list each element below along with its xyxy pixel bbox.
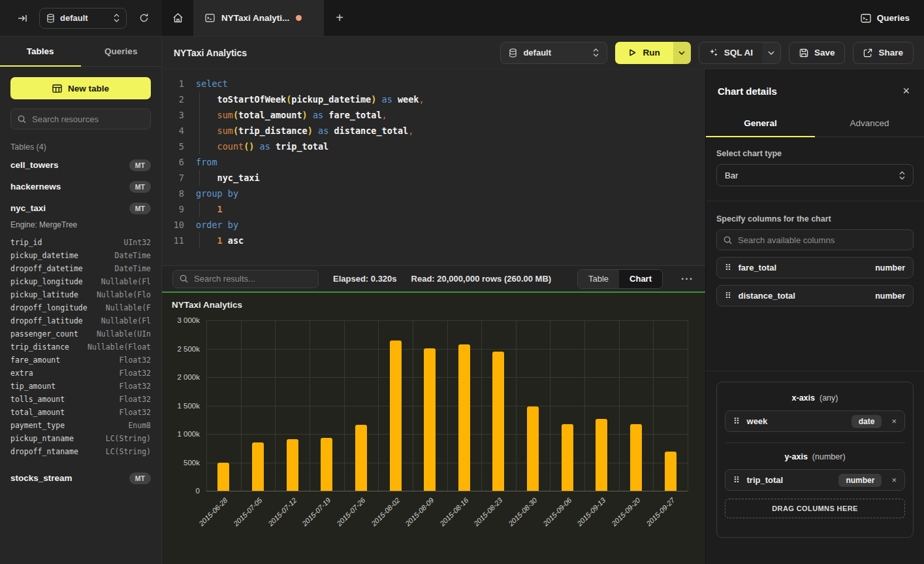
column-row: tip_amountFloat32 [10,380,151,393]
drag-handle-icon[interactable]: ⠿ [733,417,740,425]
columns-search-input[interactable] [738,235,906,245]
resource-search-input[interactable] [32,114,147,124]
chart-title: NYTaxi Analytics [172,300,242,310]
chart-bar[interactable] [527,406,539,491]
chart-type-select[interactable]: Bar [716,164,914,186]
collapse-sidebar-icon[interactable] [13,9,31,27]
column-type: LC(String) [106,434,151,443]
search-icon [18,115,26,124]
code-line[interactable]: 6from [162,154,705,170]
sql-ai-button[interactable]: SQL AI [699,42,762,63]
toggle-table[interactable]: Table [578,270,619,288]
more-options-icon[interactable]: ··· [677,273,697,285]
sidebar-tab-queries[interactable]: Queries [81,37,162,66]
chart-bar[interactable] [596,419,607,491]
code-line[interactable]: 9 1 [162,201,705,217]
query-database-value: default [523,48,551,58]
play-icon [628,48,637,57]
column-name: pickup_longitude [10,277,83,286]
new-table-label: New table [68,84,109,93]
gridline-vertical [653,320,654,491]
chart-bar[interactable] [287,439,298,491]
chart-bar[interactable] [562,424,573,491]
column-type: DateTime [115,264,151,273]
run-button[interactable]: Run [615,42,673,64]
chart-bar[interactable] [390,340,402,491]
chart-bar[interactable] [665,452,677,491]
x-axis-tick-label: 2015-09-27 [645,496,676,527]
x-axis-tick-label: 2015-07-26 [335,496,366,527]
sql-ai-caret[interactable] [762,42,780,63]
chart-type-section: Select chart type Bar [706,137,924,201]
drag-handle-icon[interactable]: ⠿ [733,476,740,484]
line-number: 8 [162,186,184,201]
search-icon [180,274,188,283]
column-type: UInt32 [123,238,151,247]
code-line[interactable]: 8group by [162,186,705,201]
tab-nytaxi-analytics[interactable]: NYTaxi Analyti... [193,0,324,36]
results-search-input[interactable] [194,274,311,284]
drag-columns-dropzone[interactable]: DRAG COLUMNS HERE [725,499,905,518]
tab-strip: NYTaxi Analyti... + [162,0,861,36]
refresh-icon[interactable] [135,9,153,27]
chart-bar[interactable] [321,438,332,491]
chart-bar[interactable] [424,348,436,491]
code-line[interactable]: 4 sum(trip_distance) as distance_total, [162,123,705,139]
sidebar-tab-tables[interactable]: Tables [0,37,81,66]
database-selector[interactable]: default [39,8,127,29]
line-content: select [196,76,228,91]
chart-bar[interactable] [252,442,264,491]
code-line[interactable]: 10order by [162,217,705,233]
engine-badge: MT [129,181,151,193]
drag-handle-icon[interactable]: ⠿ [725,263,731,272]
tab-general[interactable]: General [706,110,815,137]
close-icon[interactable]: × [902,85,910,97]
chart-bar[interactable] [492,352,504,491]
chart-bar[interactable] [458,344,470,491]
x-axis-tick-label: 2015-08-02 [370,496,401,527]
code-line[interactable]: 2 toStartOfWeek(pickup_datetime) as week… [162,91,705,107]
table-row[interactable]: nyc_taxiMT [10,197,151,219]
x-axis-hint: (any) [820,393,838,403]
table-row[interactable]: hackernewsMT [10,176,151,197]
new-tab-button[interactable]: + [324,0,355,36]
toggle-chart[interactable]: Chart [619,270,662,288]
chart-bar[interactable] [217,463,229,491]
unsaved-dot [296,15,302,21]
column-name: dropoff_longitude [10,303,88,312]
drag-handle-icon[interactable]: ⠿ [725,291,731,300]
remove-column-icon[interactable]: × [891,416,897,426]
share-button[interactable]: Share [853,42,914,64]
line-content: group by [196,186,238,201]
run-options-caret[interactable] [673,42,691,64]
column-chip[interactable]: ⠿distance_totalnumber [716,285,914,307]
code-line[interactable]: 11 1 asc [162,233,705,248]
sql-editor[interactable]: 1select2 toStartOfWeek(pickup_datetime) … [162,69,705,265]
column-chip[interactable]: ⠿weekdate× [725,410,905,432]
table-row[interactable]: stocks_streamMT [10,467,151,489]
gridline-vertical [241,320,242,491]
column-chip[interactable]: ⠿fare_totalnumber [716,257,914,278]
table-row[interactable]: cell_towersMT [10,154,151,176]
code-line[interactable]: 3 sum(total_amount) as fare_total, [162,107,705,123]
query-database-selector[interactable]: default [500,42,607,64]
line-content: sum(total_amount) as fare_total, [196,107,387,123]
chart-bar[interactable] [355,425,367,491]
new-table-button[interactable]: New table [10,77,151,99]
column-name: dropoff_ntaname [10,447,78,456]
column-type: LC(String) [106,447,151,456]
sql-ai-label: SQL AI [724,48,753,58]
home-button[interactable] [162,0,193,36]
queries-button[interactable]: Queries [861,13,910,23]
line-number: 5 [162,139,184,154]
column-row: trip_distanceNullable(Float [10,340,151,354]
code-line[interactable]: 5 count() as trip_total [162,139,705,154]
remove-column-icon[interactable]: × [891,475,897,485]
code-line[interactable]: 1select [162,76,705,91]
code-line[interactable]: 7 nyc_taxi [162,170,705,186]
save-button[interactable]: Save [789,42,846,64]
column-row: dropoff_datetimeDateTime [10,262,151,275]
tab-advanced[interactable]: Advanced [815,110,924,137]
chart-bar[interactable] [630,424,642,491]
column-chip[interactable]: ⠿trip_totalnumber× [725,469,905,491]
